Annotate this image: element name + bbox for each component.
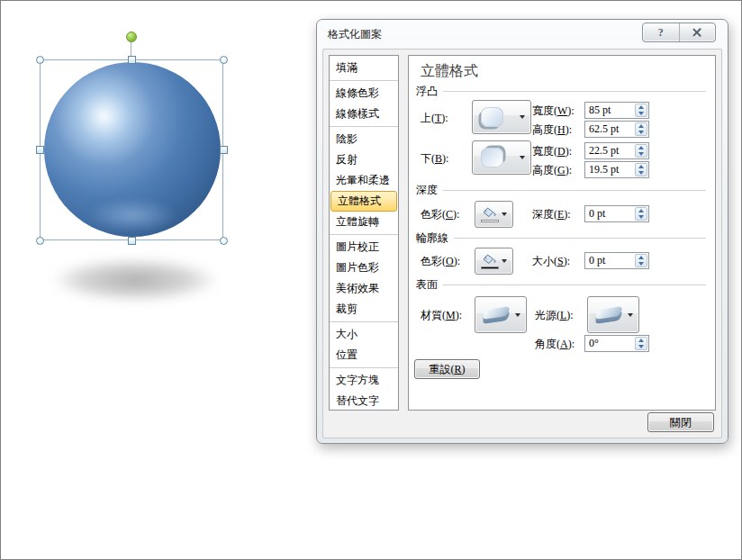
material-dropdown[interactable]	[475, 296, 527, 333]
reset-button[interactable]: 重設(R)	[414, 359, 480, 379]
selection-handle-bottom-center[interactable]	[128, 237, 136, 245]
depth-input[interactable]: 0 pt	[584, 205, 649, 222]
sidebar-separator	[330, 80, 398, 81]
contour-color-dropdown[interactable]	[475, 248, 513, 275]
spinner-down-icon[interactable]	[636, 261, 647, 267]
bevel-bottom-width-input[interactable]: 22.5 pt	[584, 142, 649, 159]
bevel-bottom-width-label: 寬度(D):	[532, 144, 572, 159]
contour-color-label: 色彩(O):	[421, 254, 460, 269]
sidebar-item[interactable]: 大小	[330, 324, 398, 345]
sidebar-list: 填滿線條色彩線條樣式陰影反射光暈和柔邊立體格式立體旋轉圖片校正圖片色彩美術效果裁…	[329, 55, 399, 411]
contour-size-input[interactable]: 0 pt	[584, 252, 649, 269]
sidebar-item[interactable]: 線條樣式	[330, 104, 398, 124]
spinner-down-icon[interactable]	[636, 151, 647, 158]
close-button[interactable]	[679, 23, 716, 41]
section-bevel: 浮凸	[416, 84, 706, 99]
selection-handle-top-right[interactable]	[220, 56, 228, 64]
bevel-top-height-label: 高度(H):	[532, 122, 572, 138]
depth-size-label: 深度(E):	[532, 207, 571, 222]
shape-shadow	[53, 258, 217, 302]
bevel-top-height-input[interactable]: 62.5 pt	[584, 121, 649, 138]
spinner-down-icon[interactable]	[636, 214, 647, 221]
bevel-top-icon	[481, 107, 503, 127]
selection-handle-bottom-right[interactable]	[220, 237, 228, 245]
lighting-icon	[593, 304, 624, 326]
selection-handle-bottom-left[interactable]	[36, 237, 44, 245]
sidebar-item[interactable]: 位置	[330, 345, 398, 366]
bevel-bottom-dropdown[interactable]	[472, 140, 531, 175]
chevron-down-icon	[520, 115, 525, 119]
sidebar-item[interactable]: 線條色彩	[330, 83, 398, 104]
depth-color-dropdown[interactable]	[475, 201, 513, 228]
color-swatch	[481, 220, 499, 222]
sidebar-item[interactable]: 裁剪	[330, 299, 398, 320]
chevron-down-icon	[502, 259, 507, 263]
spinner-down-icon[interactable]	[636, 170, 647, 176]
bevel-top-label: 上(T):	[421, 111, 448, 126]
lighting-label: 光源(L):	[535, 308, 574, 323]
paint-bucket-icon	[481, 254, 499, 269]
page-root: { "window": { "title": "格式化圖案", "help_gl…	[0, 0, 742, 560]
field-value: 19.5 pt	[585, 163, 635, 176]
sidebar-separator	[330, 367, 398, 368]
sidebar-item[interactable]: 陰影	[330, 129, 398, 149]
bevel-bottom-height-input[interactable]: 19.5 pt	[584, 161, 649, 178]
sidebar-item[interactable]: 替代文字	[330, 391, 398, 411]
selection-handle-mid-left[interactable]	[36, 146, 44, 154]
close-dialog-label: 關閉	[670, 415, 692, 430]
sidebar-item[interactable]: 立體格式	[330, 191, 397, 212]
sidebar-item[interactable]: 圖片色彩	[330, 257, 398, 278]
material-label: 材質(M):	[421, 308, 462, 323]
spinner	[635, 104, 647, 117]
selection-handle-top-left[interactable]	[36, 56, 44, 64]
selection-handle-mid-right[interactable]	[220, 146, 228, 154]
sidebar-item[interactable]: 圖片校正	[330, 237, 398, 257]
sidebar-separator	[330, 126, 398, 127]
spinner	[635, 163, 647, 176]
help-button[interactable]: ?	[643, 23, 679, 41]
sidebar-separator	[330, 234, 398, 235]
lighting-dropdown[interactable]	[587, 296, 639, 333]
section-contour-label: 輪廓線	[416, 230, 448, 246]
field-value: 0 pt	[585, 207, 635, 221]
section-contour: 輪廓線	[416, 230, 706, 246]
help-icon: ?	[658, 26, 664, 40]
sidebar-item[interactable]: 美術效果	[330, 278, 398, 299]
sidebar-item[interactable]: 立體旋轉	[330, 212, 398, 232]
spinner	[635, 207, 647, 221]
close-dialog-button[interactable]: 關閉	[647, 412, 714, 432]
field-value: 0°	[585, 337, 635, 350]
spinner	[635, 337, 647, 350]
drawing-canvas	[1, 1, 307, 361]
contour-size-label: 大小(S):	[532, 254, 570, 269]
bevel-top-width-input[interactable]: 85 pt	[584, 102, 649, 119]
bevel-top-width-label: 寬度(W):	[532, 104, 575, 119]
bevel-top-dropdown[interactable]	[472, 100, 531, 134]
selection-handle-top-center[interactable]	[128, 56, 136, 64]
sidebar-item[interactable]: 文字方塊	[330, 370, 398, 391]
spinner	[635, 254, 647, 267]
spinner-down-icon[interactable]	[636, 130, 647, 136]
section-depth-label: 深度	[416, 183, 438, 198]
dialog-window: 格式化圖案 ? 填滿線條色彩線條樣式陰影反射光暈和柔邊立體格式立體旋轉圖片校正圖…	[316, 19, 728, 444]
field-value: 22.5 pt	[585, 144, 635, 158]
section-bevel-label: 浮凸	[416, 84, 438, 99]
format-3d-panel: 立體格式 浮凸 上(T): 寬度(W): 85 pt 高度(H): 62.5 p…	[408, 55, 716, 411]
sidebar-item[interactable]: 反射	[330, 149, 398, 170]
dialog-titlebar[interactable]: 格式化圖案 ?	[317, 20, 728, 49]
close-icon	[692, 28, 701, 37]
angle-input[interactable]: 0°	[584, 335, 649, 352]
rotation-handle[interactable]	[126, 32, 137, 42]
section-surface: 表面	[416, 277, 706, 293]
titlebar-buttons: ?	[642, 23, 716, 42]
field-value: 85 pt	[585, 104, 635, 117]
sidebar-item[interactable]: 填滿	[330, 58, 398, 78]
dialog-title: 格式化圖案	[328, 27, 382, 42]
chevron-down-icon	[520, 156, 525, 159]
spinner-down-icon[interactable]	[636, 111, 647, 117]
sidebar-item[interactable]: 光暈和柔邊	[330, 170, 398, 191]
reset-button-label: 重設(R)	[429, 362, 465, 377]
spinner-down-icon[interactable]	[636, 344, 647, 350]
dialog-body: 填滿線條色彩線條樣式陰影反射光暈和柔邊立體格式立體旋轉圖片校正圖片色彩美術效果裁…	[322, 49, 722, 438]
chevron-down-icon	[628, 313, 633, 317]
